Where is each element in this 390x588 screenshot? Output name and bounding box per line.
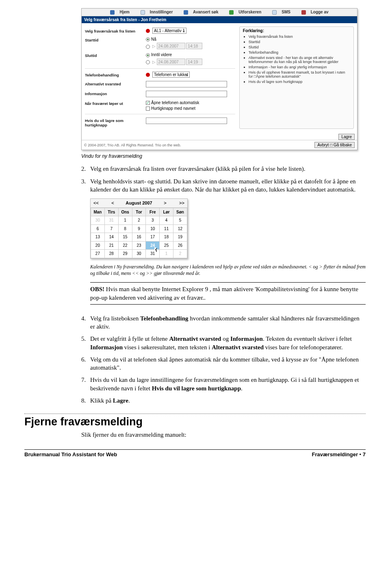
list-item-5: 5. Det er valgfritt å fylle ut feltene A…	[81, 335, 366, 351]
app-window-screenshot: Hjem Innstillinger Avansert søk Utforske…	[81, 8, 358, 150]
calendar-day[interactable]: 21	[104, 241, 118, 250]
end-until-row[interactable]: Inntil videre	[146, 52, 235, 57]
page-footer: Brukermanual Trio Assistant for Web Frav…	[24, 449, 366, 457]
calendar-day[interactable]: 11	[160, 224, 173, 233]
nav-sms[interactable]: SMS	[270, 10, 293, 14]
calendar-day[interactable]: 26	[173, 241, 187, 250]
sms-icon	[272, 10, 277, 15]
list-item-2: 2. Velg en fraværsårsak fra listen over …	[81, 165, 366, 173]
nav-utforskeren[interactable]: Utforskeren	[227, 10, 264, 14]
calendar-day[interactable]: 27	[91, 250, 105, 258]
search-icon	[184, 10, 188, 15]
start-date-row[interactable]: ▷ 24.08.2007 14:18	[146, 43, 235, 49]
cb-open-row[interactable]: Åpne telefonen automatisk	[146, 100, 235, 105]
start-now-row[interactable]: Nå	[146, 37, 235, 41]
nav-innstillinger[interactable]: Innstillinger	[138, 10, 176, 14]
calendar-day[interactable]: 4	[160, 216, 173, 225]
list-item-3: 3. Velg henholdsvis start- og sluttid. D…	[81, 177, 366, 310]
alt-answer-field[interactable]	[146, 81, 227, 87]
window-title: Velg fraværsårsak fra listen - Jon Freth…	[82, 16, 357, 23]
section-intro: Slik fjerner du en fraværsmelding manuel…	[81, 431, 366, 439]
calendar-day[interactable]: 23	[132, 241, 146, 250]
calendar-day[interactable]: 30	[91, 216, 105, 225]
calendar-day[interactable]: 10	[146, 224, 160, 233]
list-num: 2.	[81, 165, 90, 173]
list-item-7: 7. Hvis du vil kan du lagre innstillinge…	[81, 376, 366, 392]
radio-end-until[interactable]	[146, 53, 150, 57]
calendar-day[interactable]: 20	[91, 241, 105, 250]
hotkey-name-field[interactable]	[146, 118, 227, 124]
info-field[interactable]	[146, 91, 227, 97]
nav-logge-av[interactable]: Logge av	[299, 10, 331, 14]
radio-start-date[interactable]	[146, 45, 150, 49]
avbryt-button[interactable]: Avbryt □ Gå tilbake	[314, 142, 355, 148]
calendar-day[interactable]: 6	[91, 224, 105, 233]
calendar-day[interactable]: 31	[104, 216, 118, 225]
calendar-day[interactable]: 7	[104, 224, 118, 233]
nav-hjem[interactable]: Hjem	[108, 10, 132, 14]
calendar-day[interactable]: 29	[118, 250, 132, 258]
calendar-day[interactable]: 12	[173, 224, 187, 233]
hotkey-name-label: Hvis du vil lagre som hurtigknapp	[85, 118, 146, 127]
cal-nav-last[interactable]: >>	[178, 200, 186, 206]
cb-hotkey-row[interactable]: Hurtigknapp med navnet	[146, 106, 235, 111]
help-item: Telefonbehandling	[249, 50, 350, 54]
help-item: Velg fraværsårsak fra listen	[249, 35, 350, 39]
list-num: 3.	[81, 177, 90, 310]
footer-copyright: © 2004-2007, Trio AB. All Rights Reserve…	[84, 143, 181, 147]
calendar-day[interactable]: 19	[173, 233, 187, 242]
calendar-dow: Man	[91, 208, 105, 216]
end-date-row[interactable]: ▷ 24.08.2007 14:19	[146, 59, 235, 65]
phone-select[interactable]: Telefonen er lukket	[152, 72, 190, 78]
calendar-day[interactable]: 22	[118, 241, 132, 250]
calendar-day[interactable]: 25	[160, 241, 173, 250]
calendar-dow: Tirs	[104, 208, 118, 216]
logout-icon	[301, 10, 306, 15]
calendar-day[interactable]: 24	[146, 241, 160, 250]
list-content: Det er valgfritt å fylle ut feltene Alte…	[90, 335, 366, 351]
reason-select[interactable]: AL1 - Alternativ 1	[152, 28, 186, 34]
calendar-day[interactable]: 8	[118, 224, 132, 233]
start-time-field[interactable]: 14:18	[186, 43, 202, 49]
checkbox-open-phone[interactable]	[146, 101, 150, 105]
help-item: Informasjon - her kan du angi yterlig in…	[249, 65, 350, 69]
calendar-day[interactable]: 15	[118, 233, 132, 242]
calendar-day[interactable]: 28	[104, 250, 118, 258]
start-date-field[interactable]: 24.08.2007	[157, 43, 185, 49]
calendar-day[interactable]: 2	[132, 216, 146, 225]
help-item: Hvis du vil oppheve fraværet manuelt, ta…	[249, 70, 350, 78]
calendar-day[interactable]: 1	[160, 250, 173, 258]
figure-caption-2: Kalenderen i Ny fraværsmelding. Du kan n…	[90, 264, 366, 277]
list-content: Velg en fraværsårsak fra listen over fra…	[90, 165, 366, 173]
radio-start-now[interactable]	[146, 37, 150, 41]
calendar-day[interactable]: 2	[173, 250, 187, 258]
calendar-day[interactable]: 17	[146, 233, 160, 242]
calendar-day[interactable]: 1	[118, 216, 132, 225]
cal-nav-first[interactable]: <<	[92, 200, 100, 206]
cal-nav-prev[interactable]: <	[110, 200, 115, 206]
lagre-button[interactable]: Lagre	[338, 134, 355, 140]
end-until-label: Inntil videre	[151, 52, 172, 57]
calendar-day[interactable]: 14	[104, 233, 118, 242]
radio-end-date[interactable]	[146, 60, 150, 64]
nav-avansert-sok[interactable]: Avansert søk	[181, 10, 221, 14]
calendar-dow: Tor	[132, 208, 146, 216]
list-content: Hvis du vil kan du lagre innstillingene …	[90, 376, 366, 392]
calendar-day[interactable]: 30	[132, 250, 146, 258]
help-panel: Forklaring: Velg fraværsårsak fra listen…	[239, 26, 354, 129]
home-icon	[110, 10, 115, 15]
obs-label: OBS!	[90, 286, 104, 292]
calendar-day[interactable]: 5	[173, 216, 187, 225]
calendar-day[interactable]: 16	[132, 233, 146, 242]
calendar-day[interactable]: 9	[132, 224, 146, 233]
list-content: Klikk på Lagre.	[90, 396, 366, 405]
calendar-day[interactable]: 3	[146, 216, 160, 225]
calendar-day[interactable]: 18	[160, 233, 173, 242]
end-time-field[interactable]: 14:19	[186, 59, 202, 65]
calendar-day[interactable]: 31	[146, 250, 160, 258]
cal-nav-next[interactable]: >	[162, 200, 167, 206]
calendar-day[interactable]: 13	[91, 233, 105, 242]
info-label: Informasjon	[85, 91, 146, 96]
checkbox-hotkey[interactable]	[146, 107, 150, 111]
end-date-field[interactable]: 24.08.2007	[157, 59, 185, 65]
